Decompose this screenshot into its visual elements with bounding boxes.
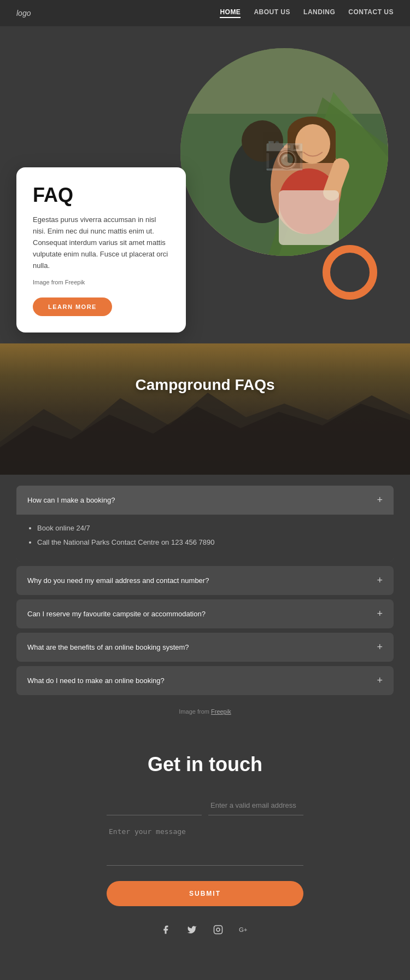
faq-item-4: What are the benefits of an online booki… [16,633,394,662]
svg-point-5 [242,120,283,162]
twitter-icon[interactable] [184,921,200,938]
logo: logo [16,9,31,18]
faq-question-3[interactable]: Can I reserve my favourite campsite or a… [16,599,394,628]
contact-section: Get in touch SUBMIT [0,726,410,980]
faq-question-1[interactable]: How can I make a booking? + [16,486,394,515]
facebook-icon[interactable] [157,921,174,938]
social-icons: G+ [16,921,394,938]
faq-item-1: How can I make a booking? + Book online … [16,486,394,562]
name-input[interactable] [107,796,202,815]
learn-more-button[interactable]: LEARN MORE [33,298,112,316]
faq-card-body: Egestas purus viverra accumsan in nisl n… [33,214,169,271]
faq-question-2[interactable]: Why do you need my email address and con… [16,566,394,595]
faq-plus-icon-2: + [377,575,383,586]
faq-question-5-text: What do I need to make an online booking… [27,676,165,685]
svg-rect-13 [279,190,339,245]
faq-plus-icon-3: + [377,608,383,620]
svg-text:G+: G+ [239,926,248,933]
hero-section: FAQ Egestas purus viverra accumsan in ni… [0,26,410,343]
contact-title: Get in touch [16,753,394,776]
campground-faq-header: Campground FAQs [0,343,410,475]
faq-question-1-text: How can I make a booking? [27,496,115,504]
faq-question-3-text: Can I reserve my favourite campsite or a… [27,610,206,618]
svg-rect-16 [214,926,222,934]
faq-accordion: How can I make a booking? + Book online … [0,475,410,726]
faq-answer-1: Book online 24/7 Call the National Parks… [16,515,394,562]
googleplus-icon[interactable]: G+ [236,921,253,938]
contact-form: SUBMIT [107,796,303,921]
faq-question-5[interactable]: What do I need to make an online booking… [16,666,394,695]
faq-answer-1-item-2: Call the National Parks Contact Centre o… [37,536,383,549]
campground-title: Campground FAQs [0,343,410,416]
faq-question-4-text: What are the benefits of an online booki… [27,643,189,651]
nav-links: HOME ABOUT US LANDING CONTACT US [220,8,394,18]
message-textarea[interactable] [107,822,303,866]
svg-point-10 [295,124,330,164]
svg-point-17 [216,928,220,931]
nav-contact[interactable]: CONTACT US [348,8,394,18]
faq-item-2: Why do you need my email address and con… [16,566,394,595]
faq-plus-icon-4: + [377,641,383,653]
instagram-icon[interactable] [210,921,226,938]
nav-about[interactable]: ABOUT US [254,8,290,18]
svg-rect-1 [180,48,388,114]
hero-image [180,48,388,256]
faq-question-2-text: Why do you need my email address and con… [27,576,209,585]
freepik-link[interactable]: Freepik [211,708,231,715]
navbar: logo HOME ABOUT US LANDING CONTACT US [0,0,410,26]
nav-home[interactable]: HOME [220,8,241,18]
faq-item-3: Can I reserve my favourite campsite or a… [16,599,394,628]
faq-item-5: What do I need to make an online booking… [16,666,394,695]
faq-answer-1-item-1: Book online 24/7 [37,522,383,534]
submit-button[interactable]: SUBMIT [107,881,303,906]
faq-question-4[interactable]: What are the benefits of an online booki… [16,633,394,662]
hero-image-credit: Image from Freepik [33,278,169,288]
nav-landing[interactable]: LANDING [303,8,335,18]
faq-card-title: FAQ [33,184,169,207]
faq-card: FAQ Egestas purus viverra accumsan in ni… [16,167,186,332]
faq-plus-icon-1: + [377,494,383,506]
decorative-ring [323,245,377,300]
form-row-name-email [107,796,303,815]
email-input[interactable] [208,796,303,815]
faq-plus-icon-5: + [377,675,383,686]
faq-image-credit: Image from Freepik [16,699,394,720]
